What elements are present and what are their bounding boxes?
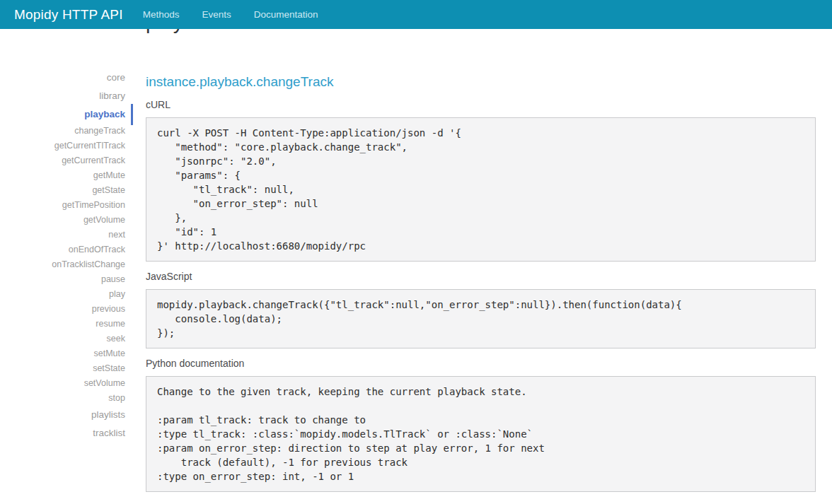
sidebar-item-next[interactable]: next bbox=[0, 228, 125, 242]
sidebar-item-core[interactable]: core bbox=[0, 69, 125, 87]
section-label: cURL bbox=[146, 98, 816, 112]
sidebar-item-setState[interactable]: setState bbox=[0, 361, 125, 376]
method-title: instance.playback.changeTrack bbox=[146, 74, 816, 90]
code-block: Change to the given track, keeping the c… bbox=[146, 376, 816, 492]
code-block: mopidy.playback.changeTrack({"tl_track":… bbox=[146, 289, 816, 348]
section-label: JavaScript bbox=[146, 270, 816, 283]
sidebar-item-getVolume[interactable]: getVolume bbox=[0, 213, 125, 228]
sidebar-item-getCurrentTrack[interactable]: getCurrentTrack bbox=[0, 153, 125, 168]
sidebar-item-playlists[interactable]: playlists bbox=[0, 406, 125, 424]
nav-link-methods[interactable]: Methods bbox=[143, 9, 180, 20]
sidebar-item-getState[interactable]: getState bbox=[0, 183, 125, 198]
nav-link-events[interactable]: Events bbox=[202, 9, 231, 20]
sidebar-item-resume[interactable]: resume bbox=[0, 317, 125, 332]
active-item-indicator bbox=[131, 104, 133, 125]
sidebar-item-pause[interactable]: pause bbox=[0, 272, 125, 287]
code-block: curl -X POST -H Content-Type:application… bbox=[146, 117, 816, 262]
api-section: cURL curl -X POST -H Content-Type:applic… bbox=[146, 98, 816, 262]
sidebar-item-onEndOfTrack[interactable]: onEndOfTrack bbox=[0, 242, 125, 257]
api-section: Python documentation Change to the given… bbox=[146, 357, 816, 492]
sidebar-item-previous[interactable]: previous bbox=[0, 302, 125, 317]
sidebar-item-seek[interactable]: seek bbox=[0, 332, 125, 346]
sidebar-item-getMute[interactable]: getMute bbox=[0, 168, 125, 183]
sidebar-item-stop[interactable]: stop bbox=[0, 391, 125, 406]
section-label: Python documentation bbox=[146, 357, 816, 370]
top-nav-links: MethodsEventsDocumentation bbox=[143, 9, 341, 20]
sidebar-item-getCurrentTlTrack[interactable]: getCurrentTlTrack bbox=[0, 139, 125, 153]
code-sections: cURL curl -X POST -H Content-Type:applic… bbox=[146, 98, 816, 492]
top-navbar: Mopidy HTTP API MethodsEventsDocumentati… bbox=[0, 0, 832, 29]
sidebar-item-changeTrack[interactable]: changeTrack bbox=[0, 124, 125, 139]
sidebar-item-setVolume[interactable]: setVolume bbox=[0, 376, 125, 391]
sidebar-item-onTracklistChange[interactable]: onTracklistChange bbox=[0, 257, 125, 272]
sidebar-item-play[interactable]: play bbox=[0, 287, 125, 302]
brand-title[interactable]: Mopidy HTTP API bbox=[0, 7, 123, 23]
sidebar-item-library[interactable]: library bbox=[0, 87, 125, 105]
sidebar-nav: corelibraryplaybackchangeTrackgetCurrent… bbox=[0, 69, 125, 443]
sidebar-item-getTimePosition[interactable]: getTimePosition bbox=[0, 198, 125, 213]
sidebar-item-tracklist[interactable]: tracklist bbox=[0, 424, 125, 443]
api-section: JavaScript mopidy.playback.changeTrack({… bbox=[146, 270, 816, 348]
sidebar-item-setMute[interactable]: setMute bbox=[0, 346, 125, 361]
sidebar-item-playback[interactable]: playback bbox=[0, 105, 125, 124]
main-content: playback instance.playback.changeTrack c… bbox=[146, 0, 816, 500]
nav-link-documentation[interactable]: Documentation bbox=[254, 9, 318, 20]
